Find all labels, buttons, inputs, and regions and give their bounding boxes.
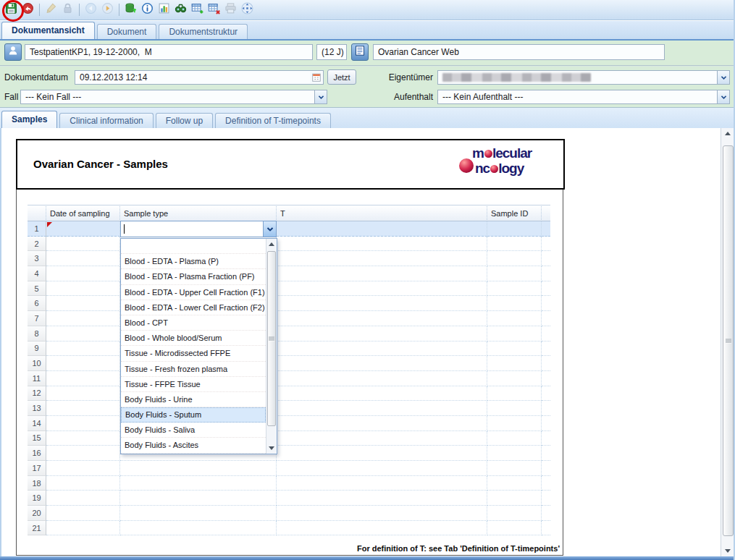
table-cell[interactable] (120, 476, 277, 491)
table-cell[interactable] (277, 491, 487, 506)
table-cell[interactable] (46, 237, 120, 252)
dropdown-scrollbar[interactable] (266, 239, 277, 454)
table-cell[interactable] (277, 311, 487, 326)
content-scrollbar-thumb[interactable] (723, 145, 734, 536)
table-cell[interactable] (487, 386, 542, 402)
dropdown-option[interactable]: Body Fluids - Sputum (121, 407, 266, 423)
table-cell[interactable] (277, 416, 487, 431)
combobox-chevron-down-icon[interactable] (263, 221, 276, 237)
save-button[interactable] (4, 2, 19, 18)
table-cell[interactable] (46, 431, 120, 446)
table-cell[interactable] (277, 386, 487, 402)
table-cell[interactable] (487, 401, 542, 416)
table-cell[interactable] (487, 506, 542, 521)
table-cell[interactable] (46, 386, 120, 402)
table-cell[interactable] (46, 416, 120, 431)
table-cell[interactable] (120, 506, 277, 521)
table-cell[interactable] (277, 296, 487, 311)
table-cell[interactable] (277, 281, 487, 297)
table-cell[interactable] (46, 296, 120, 311)
table-cell[interactable] (277, 341, 487, 357)
table-cell[interactable] (120, 521, 277, 536)
dropdown-option[interactable]: Blood - EDTA - Plasma (P) (121, 254, 266, 269)
chevron-down-icon[interactable] (717, 90, 729, 103)
table-cell[interactable] (487, 371, 542, 386)
sample-type-combobox[interactable] (120, 221, 277, 237)
scroll-down-icon[interactable] (269, 446, 274, 450)
table-cell[interactable] (487, 221, 542, 237)
table-cell[interactable] (277, 401, 487, 416)
table-cell[interactable] (46, 446, 120, 461)
table-cell[interactable] (277, 266, 487, 281)
table-cell[interactable] (487, 296, 542, 311)
table-cell[interactable] (277, 431, 487, 446)
table-cell[interactable] (46, 221, 120, 237)
dropdown-option[interactable]: Body Fluids - Saliva (121, 423, 266, 438)
dropdown-option[interactable]: Blood - EDTA - Lower Cell Fraction (F2) (121, 300, 266, 315)
table-cell[interactable] (487, 266, 542, 281)
subtab-samples[interactable]: Samples (1, 111, 57, 128)
table-cell[interactable] (277, 461, 487, 476)
table-cell[interactable] (277, 356, 487, 371)
scroll-down-icon[interactable] (725, 549, 731, 553)
table-cell[interactable] (277, 237, 487, 252)
db-upload-button[interactable] (123, 2, 138, 18)
delete-row-button[interactable] (206, 2, 222, 18)
dropdown-option[interactable]: Tissue - Microdissected FFPE (121, 346, 266, 361)
chart-button[interactable] (156, 2, 172, 18)
fall-dropdown[interactable]: --- Kein Fall --- (20, 90, 327, 104)
dropdown-scrollbar-thumb[interactable] (267, 251, 276, 426)
table-cell[interactable] (277, 476, 487, 491)
table-cell[interactable] (487, 416, 542, 431)
table-cell[interactable] (46, 281, 120, 297)
table-cell[interactable] (277, 326, 487, 341)
dropdown-option[interactable]: Blood - Whole blood/Serum (121, 331, 266, 346)
table-cell[interactable] (46, 491, 120, 506)
table-cell[interactable] (277, 251, 487, 266)
dropdown-option[interactable]: Tissue - FFPE Tissue (121, 377, 266, 392)
table-cell[interactable] (277, 371, 487, 386)
table-cell[interactable] (277, 446, 487, 461)
dropdown-option[interactable]: Blood - EDTA - Upper Cell Fraction (F1) (121, 285, 266, 300)
table-cell[interactable] (46, 356, 120, 371)
chevron-down-icon[interactable] (717, 71, 729, 84)
table-cell[interactable] (487, 476, 542, 491)
dropdown-option[interactable]: Blood - CPT (121, 315, 266, 331)
move-button[interactable] (240, 2, 255, 18)
subtab-follow-up[interactable]: Follow up (156, 113, 213, 128)
subtab-definition-of-t-timepoints[interactable]: Definition of T-timepoints (215, 113, 331, 128)
table-cell[interactable] (487, 356, 542, 371)
table-cell[interactable] (277, 506, 487, 521)
table-cell[interactable] (46, 341, 120, 357)
patient-name-field[interactable]: TestpatientKP1, 19-12-2000, M (25, 44, 313, 60)
table-cell[interactable] (487, 341, 542, 357)
table-cell[interactable] (277, 221, 487, 237)
calendar-icon[interactable] (310, 72, 322, 83)
scroll-up-icon[interactable] (269, 242, 274, 246)
dropdown-option[interactable]: Tissue - Fresh frozen plasma (121, 362, 266, 377)
undo-button[interactable] (20, 2, 35, 18)
table-cell[interactable] (46, 521, 120, 536)
dokumentdatum-field[interactable]: 09.12.2013 12:14 (75, 70, 324, 85)
table-cell[interactable] (487, 251, 542, 266)
table-cell[interactable] (46, 326, 120, 341)
jetzt-button[interactable]: Jetzt (327, 69, 356, 85)
table-cell[interactable] (46, 401, 120, 416)
info-button[interactable] (140, 2, 155, 18)
table-cell[interactable] (487, 491, 542, 506)
table-cell[interactable] (46, 506, 120, 521)
table-cell[interactable] (46, 371, 120, 386)
table-cell[interactable] (487, 281, 542, 297)
content-scrollbar[interactable] (721, 128, 735, 556)
tab-dokumentansicht[interactable]: Dokumentansicht (1, 22, 95, 39)
tab-dokument[interactable]: Dokument (97, 24, 157, 39)
table-cell[interactable] (487, 521, 542, 536)
subtab-clinical-information[interactable]: Clinical information (59, 113, 153, 128)
table-cell[interactable] (277, 521, 487, 536)
table-cell[interactable] (46, 251, 120, 266)
table-cell[interactable] (487, 326, 542, 341)
table-cell[interactable] (46, 266, 120, 281)
tab-dokumentstruktur[interactable]: Dokumentstruktur (159, 24, 248, 39)
scroll-up-icon[interactable] (725, 132, 731, 135)
table-cell[interactable] (46, 311, 120, 326)
